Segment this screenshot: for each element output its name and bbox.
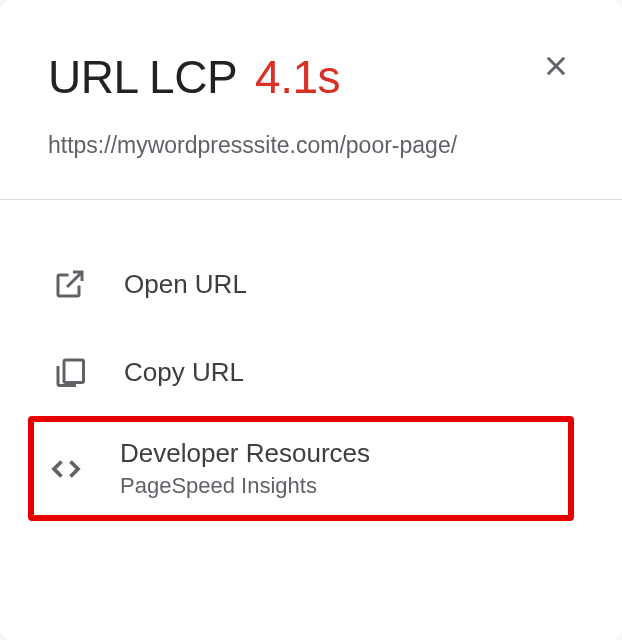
lcp-metric: 4.1s xyxy=(255,50,340,104)
action-label: Developer Resources xyxy=(120,438,370,469)
url-detail-panel: URL LCP 4.1s https://mywordpresssite.com… xyxy=(0,0,622,640)
open-url-action[interactable]: Open URL xyxy=(48,240,574,328)
external-link-icon xyxy=(52,266,88,302)
action-label: Open URL xyxy=(124,269,247,300)
action-text: Copy URL xyxy=(124,357,244,388)
actions-list: Open URL Copy URL Develope xyxy=(48,240,574,521)
copy-icon xyxy=(52,354,88,390)
svg-line-2 xyxy=(67,272,82,287)
title-group: URL LCP 4.1s xyxy=(48,50,340,104)
action-text: Open URL xyxy=(124,269,247,300)
close-icon xyxy=(542,52,570,83)
close-button[interactable] xyxy=(538,48,574,87)
action-label: Copy URL xyxy=(124,357,244,388)
developer-resources-action[interactable]: Developer Resources PageSpeed Insights xyxy=(28,416,574,521)
svg-rect-3 xyxy=(64,360,84,383)
action-text: Developer Resources PageSpeed Insights xyxy=(120,438,370,499)
url-text: https://mywordpresssite.com/poor-page/ xyxy=(48,132,574,159)
action-sublabel: PageSpeed Insights xyxy=(120,473,370,499)
panel-title: URL LCP xyxy=(48,50,237,104)
copy-url-action[interactable]: Copy URL xyxy=(48,328,574,416)
panel-header: URL LCP 4.1s xyxy=(48,50,574,104)
divider xyxy=(0,199,622,200)
code-icon xyxy=(48,451,84,487)
